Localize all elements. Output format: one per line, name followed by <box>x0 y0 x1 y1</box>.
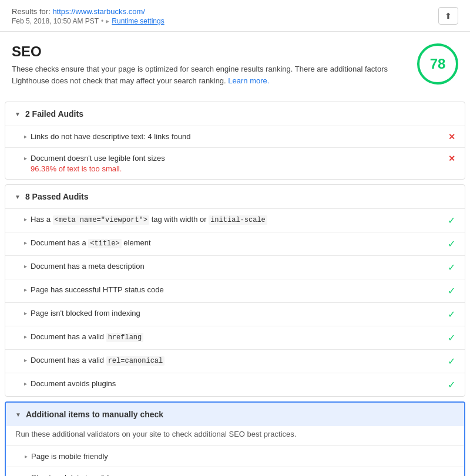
passed-audit-5-label: Page isn't blocked from indexing <box>31 309 140 318</box>
passed-audit-1-left: ▸ Has a <meta name="viewport"> tag with … <box>24 215 441 224</box>
passed-audit-item-6: ▸ Document has a valid hreflang ✓ <box>5 326 465 349</box>
passed-audit-2-left: ▸ Document has a <title> element <box>24 238 441 248</box>
failed-audit-item-2: ▸ Document doesn't use legible font size… <box>5 147 465 179</box>
manual-audit-2-label: Structured data is valid <box>31 473 109 476</box>
passed-audit-8-chevron-icon[interactable]: ▸ <box>24 380 27 387</box>
additional-chevron-icon: ▼ <box>15 411 21 418</box>
score-value: 78 <box>430 56 446 72</box>
share-button[interactable]: ⬆ <box>438 7 458 25</box>
passed-audit-1-chevron-icon[interactable]: ▸ <box>24 216 27 222</box>
results-label: Results for: <box>12 7 51 16</box>
failed-audit-1-text: Links do not have descriptive text: 4 li… <box>31 132 441 141</box>
pass-icon-3: ✓ <box>448 262 455 272</box>
passed-audit-7-label: Document has a valid rel=canonical <box>31 356 164 364</box>
pass-icon-1: ✓ <box>448 215 455 225</box>
passed-audit-item-2: ▸ Document has a <title> element ✓ <box>5 232 465 255</box>
failed-audit-1-status: ✕ <box>448 132 455 141</box>
passed-audit-1-text: Has a <meta name="viewport"> tag with wi… <box>31 215 441 224</box>
manual-audit-item-1: ▸ Page is mobile friendly <box>6 445 464 467</box>
passed-audit-3-chevron-icon[interactable]: ▸ <box>24 263 27 269</box>
code-viewport: <meta name="viewport"> <box>53 215 149 225</box>
passed-audit-5-status: ✓ <box>448 309 455 320</box>
passed-audit-2-text: Document has a <title> element <box>31 238 441 248</box>
passed-audit-6-left: ▸ Document has a valid hreflang <box>24 332 441 342</box>
results-for: Results for: https://www.starbucks.com/ <box>12 7 164 16</box>
score-circle: 78 <box>417 43 458 85</box>
separator2: ▸ <box>106 17 109 25</box>
passed-audit-4-text: Page has successful HTTP status code <box>31 285 441 294</box>
passed-audit-2-label: Document has a <title> element <box>31 238 151 247</box>
failed-audit-2-chevron-icon[interactable]: ▸ <box>24 155 27 161</box>
seo-section: SEO These checks ensure that your page i… <box>0 32 470 92</box>
additional-items-header[interactable]: ▼ Additional items to manually check <box>6 403 464 426</box>
passed-audit-2-status: ✓ <box>448 238 455 249</box>
additional-heading: Additional items to manually check <box>26 410 163 419</box>
passed-audit-1-status: ✓ <box>448 215 455 226</box>
failed-audits-header[interactable]: ▼ 2 Failed Audits <box>5 102 465 126</box>
passed-audit-8-label: Document avoids plugins <box>31 379 116 388</box>
audit-container: ▼ 2 Failed Audits ▸ Links do not have de… <box>0 102 470 476</box>
failed-audit-2-label: Document doesn't use legible font sizes <box>31 154 165 163</box>
passed-audit-3-left: ▸ Document has a meta description <box>24 262 441 271</box>
seo-title: SEO <box>12 43 394 60</box>
passed-audit-8-text: Document avoids plugins <box>31 379 441 388</box>
results-url[interactable]: https://www.starbucks.com/ <box>52 7 145 16</box>
code-hreflang: hreflang <box>106 333 144 342</box>
separator1: • <box>101 17 103 25</box>
passed-audits-group: ▼ 8 Passed Audits ▸ Has a <meta name="vi… <box>5 184 465 397</box>
seo-description: These checks ensure that your page is op… <box>12 63 394 86</box>
failed-audit-2-subtext: 96.38% of text is too small. <box>31 164 441 173</box>
additional-items-group: ▼ Additional items to manually check Run… <box>5 401 465 476</box>
passed-audit-6-chevron-icon[interactable]: ▸ <box>24 333 27 340</box>
passed-audit-2-chevron-icon[interactable]: ▸ <box>24 239 27 246</box>
header-date: Feb 5, 2018, 10:50 AM PST <box>12 17 99 25</box>
failed-audits-group: ▼ 2 Failed Audits ▸ Links do not have de… <box>5 102 465 180</box>
passed-audit-3-text: Document has a meta description <box>31 262 441 271</box>
passed-audit-3-status: ✓ <box>448 262 455 273</box>
passed-audit-6-text: Document has a valid hreflang <box>31 332 441 342</box>
passed-audits-header[interactable]: ▼ 8 Passed Audits <box>5 185 465 208</box>
passed-audit-item-5: ▸ Page isn't blocked from indexing ✓ <box>5 302 465 326</box>
failed-audit-1-chevron-icon[interactable]: ▸ <box>24 133 27 140</box>
passed-audit-item-1: ▸ Has a <meta name="viewport"> tag with … <box>5 208 465 232</box>
pass-icon-2: ✓ <box>448 239 455 249</box>
passed-audit-4-label: Page has successful HTTP status code <box>31 285 164 294</box>
passed-audit-8-left: ▸ Document avoids plugins <box>24 379 441 388</box>
passed-audit-4-status: ✓ <box>448 285 455 296</box>
passed-audit-7-text: Document has a valid rel=canonical <box>31 356 441 365</box>
fail-icon-2: ✕ <box>448 154 455 163</box>
failed-audit-2-text: Document doesn't use legible font sizes … <box>31 154 441 173</box>
learn-more-link[interactable]: Learn more. <box>228 76 269 85</box>
failed-audit-1-label: Links do not have descriptive text: 4 li… <box>31 132 190 141</box>
passed-audit-7-status: ✓ <box>448 356 455 367</box>
passed-audit-7-chevron-icon[interactable]: ▸ <box>24 357 27 363</box>
header: Results for: https://www.starbucks.com/ … <box>0 0 470 32</box>
passed-audit-8-status: ✓ <box>448 379 455 390</box>
passed-audit-1-label: Has a <meta name="viewport"> tag with wi… <box>31 215 267 224</box>
passed-audit-4-chevron-icon[interactable]: ▸ <box>24 286 27 293</box>
failed-audit-2-status: ✕ <box>448 154 455 163</box>
header-meta: Feb 5, 2018, 10:50 AM PST • ▸ Runtime se… <box>12 17 164 25</box>
manual-audit-1-chevron-icon[interactable]: ▸ <box>25 453 28 460</box>
header-left: Results for: https://www.starbucks.com/ … <box>12 7 164 25</box>
code-title: <title> <box>88 239 121 248</box>
passed-audit-6-status: ✓ <box>448 332 455 343</box>
runtime-settings-link[interactable]: Runtime settings <box>112 17 164 25</box>
code-rel-canonical: rel=canonical <box>106 356 165 366</box>
pass-icon-7: ✓ <box>448 356 455 366</box>
passed-audit-item-3: ▸ Document has a meta description ✓ <box>5 255 465 279</box>
passed-audit-item-7: ▸ Document has a valid rel=canonical ✓ <box>5 349 465 373</box>
passed-audits-heading: 8 Passed Audits <box>25 192 89 201</box>
passed-audit-3-label: Document has a meta description <box>31 262 145 271</box>
pass-icon-4: ✓ <box>448 286 455 296</box>
passed-audit-5-text: Page isn't blocked from indexing <box>31 309 441 318</box>
seo-info: SEO These checks ensure that your page i… <box>12 43 394 86</box>
failed-audit-item-2-left: ▸ Document doesn't use legible font size… <box>24 154 441 173</box>
pass-icon-6: ✓ <box>448 333 455 343</box>
failed-chevron-icon: ▼ <box>15 111 21 117</box>
passed-audit-5-left: ▸ Page isn't blocked from indexing <box>24 309 441 318</box>
seo-header: SEO These checks ensure that your page i… <box>12 43 458 86</box>
failed-audits-heading: 2 Failed Audits <box>25 109 83 119</box>
passed-audit-item-8: ▸ Document avoids plugins ✓ <box>5 373 465 396</box>
passed-audit-5-chevron-icon[interactable]: ▸ <box>24 310 27 316</box>
